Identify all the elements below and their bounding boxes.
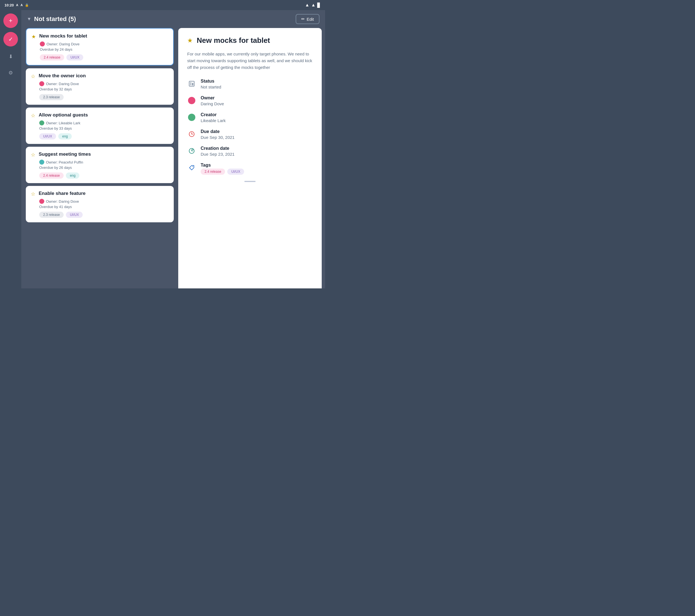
star-empty-icon[interactable]: ☆: [31, 112, 35, 119]
task-meta: Owner: Daring Dove Overdue by 41 days 2.…: [39, 199, 169, 218]
status-label: Status: [201, 79, 313, 84]
task-list-panel: ★ New mocks for tablet Owner: Daring Dov…: [21, 28, 178, 288]
task-detail-panel: ★ New mocks for tablet For our mobile ap…: [178, 28, 322, 288]
tag[interactable]: UI/UX: [39, 133, 56, 139]
owner-label: Owner: Daring Dove: [46, 82, 79, 86]
status-icon: [187, 79, 196, 88]
task-card[interactable]: ☆ Move the owner icon Owner: Daring Dove…: [26, 68, 174, 105]
status-field-content: Status Not started: [201, 79, 313, 89]
owner-avatar: [40, 41, 45, 47]
svg-point-12: [192, 166, 193, 167]
task-card[interactable]: ☆ Allow optional guests Owner: Likeable …: [26, 107, 174, 144]
owner-label: Owner: Likeable Lark: [46, 121, 81, 125]
task-card-header: ★ New mocks for tablet: [31, 33, 168, 40]
task-card-header: ☆ Move the owner icon: [31, 73, 169, 80]
tags-content: Tags 2.4 release UI/UX: [201, 163, 313, 175]
owner-avatar-large: [188, 97, 195, 104]
tags-label: Tags: [201, 163, 313, 168]
owner-avatar: [39, 199, 44, 204]
tag[interactable]: 2.4 release: [40, 54, 64, 60]
tag[interactable]: 2.3 release: [39, 94, 64, 100]
inbox-icon: ⬇: [9, 53, 13, 60]
collapse-chevron[interactable]: ▼: [27, 17, 31, 21]
star-empty-icon[interactable]: ☆: [31, 191, 35, 197]
due-date-content: Due date Due Sep 30, 2021: [201, 129, 313, 140]
detail-tag[interactable]: UI/UX: [227, 169, 244, 175]
detail-title: New mocks for tablet: [197, 36, 270, 45]
panels: ★ New mocks for tablet Owner: Daring Dov…: [21, 28, 325, 288]
app-icon-a2: A: [20, 3, 23, 7]
lock-icon: 🔒: [25, 3, 29, 7]
edit-button[interactable]: ✏ Edit: [296, 14, 320, 24]
creation-date-field: + Creation date Due Sep 23, 2021: [187, 146, 313, 157]
detail-tag[interactable]: 2.4 release: [201, 169, 225, 175]
creator-value: Likeable Lark: [201, 118, 313, 123]
detail-tags-row: 2.4 release UI/UX: [201, 169, 313, 175]
creator-field: Creator Likeable Lark: [187, 112, 313, 123]
task-owner: Owner: Daring Dove: [39, 81, 169, 86]
task-card-header: ☆ Enable share feature: [31, 190, 169, 197]
detail-star-icon[interactable]: ★: [187, 37, 193, 44]
due-date-field: Due date Due Sep 30, 2021: [187, 129, 313, 140]
task-card[interactable]: ☆ Enable share feature Owner: Daring Dov…: [26, 186, 174, 222]
scroll-indicator: [244, 181, 256, 182]
tag[interactable]: eng: [66, 173, 79, 179]
task-owner: Owner: Daring Dove: [40, 41, 168, 47]
task-overdue: Overdue by 33 days: [39, 126, 169, 130]
task-meta: Owner: Peaceful Puffin Overdue by 26 day…: [39, 160, 169, 179]
task-overdue: Overdue by 26 days: [39, 165, 169, 170]
star-empty-icon[interactable]: ☆: [31, 152, 35, 158]
owner-value: Daring Dove: [201, 101, 313, 106]
main-layout: + ✓ ⬇ ⚙ ▼ Not started (5) ✏ Edit: [0, 10, 325, 288]
svg-rect-0: [189, 81, 194, 86]
status-field: Status Not started: [187, 79, 313, 89]
task-overdue: Overdue by 24 days: [40, 47, 168, 52]
wifi-icon: ▲: [305, 2, 309, 7]
owner-label: Owner: Peaceful Puffin: [46, 160, 83, 164]
task-title: Suggest meeting times: [39, 151, 91, 157]
task-overdue: Overdue by 41 days: [39, 205, 169, 209]
star-filled-icon[interactable]: ★: [31, 34, 36, 40]
status-value: Not started: [201, 85, 313, 89]
creation-date-value: Due Sep 23, 2021: [201, 152, 313, 157]
task-card[interactable]: ☆ Suggest meeting times Owner: Peaceful …: [26, 147, 174, 183]
tag[interactable]: eng: [58, 133, 72, 139]
settings-button[interactable]: ⚙: [4, 67, 17, 79]
tags-field: Tags 2.4 release UI/UX: [187, 163, 313, 175]
edit-label: Edit: [307, 17, 314, 21]
task-owner: Owner: Peaceful Puffin: [39, 160, 169, 165]
tag[interactable]: 2.3 release: [39, 212, 64, 218]
task-meta: Owner: Daring Dove Overdue by 24 days 2.…: [40, 41, 168, 60]
owner-label: Owner: Daring Dove: [46, 199, 79, 204]
svg-rect-2: [192, 83, 193, 85]
tags-icon: [187, 163, 196, 172]
app-icon-a1: A: [16, 3, 18, 7]
add-button[interactable]: +: [3, 14, 18, 28]
creator-field-content: Creator Likeable Lark: [201, 112, 313, 123]
task-card-header: ☆ Suggest meeting times: [31, 151, 169, 158]
due-date-icon: [187, 130, 196, 139]
tag[interactable]: UI/UX: [66, 212, 83, 218]
content-area: ▼ Not started (5) ✏ Edit ★ New mocks for…: [21, 10, 325, 288]
signal-icon: ▲: [311, 2, 316, 7]
task-card[interactable]: ★ New mocks for tablet Owner: Daring Dov…: [26, 28, 174, 66]
task-tags: UI/UX eng: [39, 133, 169, 139]
tag[interactable]: UI/UX: [66, 54, 83, 60]
creation-date-icon: +: [187, 146, 196, 155]
owner-field-content: Owner Daring Dove: [201, 95, 313, 106]
header: ▼ Not started (5) ✏ Edit: [21, 10, 325, 28]
status-bar: 10:20 A A 🔒 ▲ ▲ ▊: [0, 0, 325, 10]
task-title: Allow optional guests: [39, 112, 88, 118]
status-bar-right: ▲ ▲ ▊: [305, 2, 321, 8]
tasks-button[interactable]: ✓: [3, 32, 18, 47]
star-empty-icon[interactable]: ☆: [31, 73, 35, 80]
owner-label: Owner: [201, 95, 313, 101]
svg-rect-1: [190, 82, 191, 85]
status-bar-left: 10:20 A A 🔒: [4, 3, 29, 7]
due-date-value: Due Sep 30, 2021: [201, 135, 313, 140]
tag[interactable]: 2.4 release: [39, 173, 64, 179]
task-tags: 2.3 release: [39, 94, 169, 100]
inbox-button[interactable]: ⬇: [4, 50, 17, 63]
section-title: Not started (5): [34, 15, 293, 23]
task-tags: 2.3 release UI/UX: [39, 212, 169, 218]
